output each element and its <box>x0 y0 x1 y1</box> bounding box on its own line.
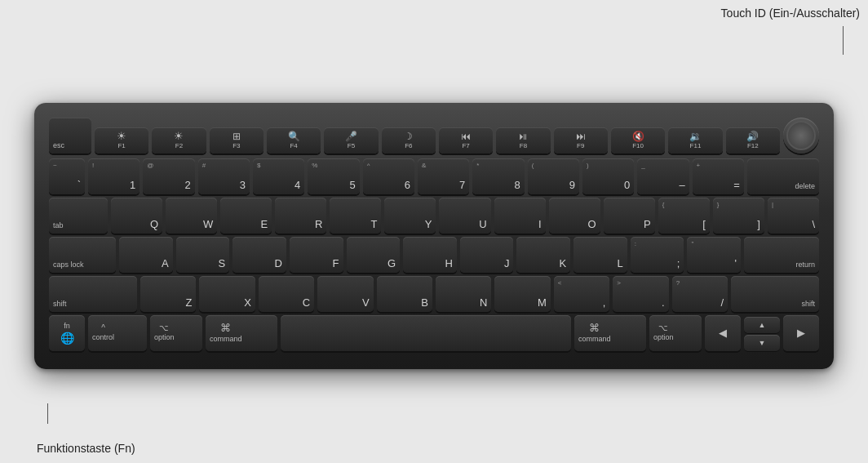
key-f12-label: F12 <box>747 142 759 150</box>
key-f11[interactable]: 🔉 F11 <box>668 127 722 154</box>
key-v[interactable]: V <box>317 276 373 312</box>
key-k[interactable]: K <box>516 237 570 273</box>
key-delete[interactable]: delete <box>747 158 819 194</box>
key-f3[interactable]: ⊞ F3 <box>210 127 264 154</box>
key-tab[interactable]: tab <box>49 198 108 234</box>
key-x[interactable]: X <box>199 276 255 312</box>
key-control[interactable]: ^ control <box>88 315 147 351</box>
key-f7[interactable]: ⏮ F7 <box>439 127 493 154</box>
key-command-right-symbol: ⌘ <box>589 322 600 334</box>
key-semicolon[interactable]: : ; <box>631 237 684 273</box>
key-n[interactable]: N <box>436 276 491 312</box>
key-f2[interactable]: ☀ F2 <box>152 127 206 154</box>
key-f12[interactable]: 🔊 F12 <box>726 127 780 154</box>
key-shift-left-label: shift <box>53 300 67 309</box>
key-quote-main: ' <box>735 257 737 269</box>
key-period[interactable]: > . <box>613 276 668 312</box>
key-f4[interactable]: 🔍 F4 <box>267 127 321 154</box>
key-i[interactable]: I <box>494 198 546 234</box>
key-d[interactable]: D <box>232 237 286 273</box>
key-o[interactable]: O <box>549 198 600 234</box>
key-f10[interactable]: 🔇 F10 <box>611 127 665 154</box>
key-s[interactable]: S <box>176 237 230 273</box>
key-esc[interactable]: esc <box>49 118 91 154</box>
key-9[interactable]: ( 9 <box>528 158 579 194</box>
key-5[interactable]: % 5 <box>308 158 359 194</box>
key-z[interactable]: Z <box>140 276 196 312</box>
key-bracket-open[interactable]: { [ <box>658 198 710 234</box>
key-n-main: N <box>480 296 487 309</box>
key-1[interactable]: ! 1 <box>88 158 140 194</box>
key-command-right[interactable]: ⌘ command <box>574 315 646 351</box>
key-p[interactable]: P <box>604 198 655 234</box>
key-backtick-top: ~ <box>53 162 57 169</box>
key-command-left[interactable]: ⌘ command <box>206 315 277 351</box>
key-bracket-close[interactable]: } ] <box>713 198 764 234</box>
key-fn-globe[interactable]: fn 🌐 <box>49 315 85 351</box>
key-comma[interactable]: < , <box>554 276 609 312</box>
key-f7-label: F7 <box>462 142 469 150</box>
key-minus[interactable]: _ – <box>637 158 689 194</box>
key-option-right[interactable]: ⌥ option <box>649 315 702 351</box>
key-esc-label: esc <box>53 141 64 150</box>
key-6-top: ^ <box>367 162 370 169</box>
key-backtick[interactable]: ~ ` <box>49 158 85 194</box>
key-g[interactable]: G <box>347 237 401 273</box>
key-equals-main: = <box>733 179 740 191</box>
key-f8[interactable]: ⏯ F8 <box>496 127 550 154</box>
key-return[interactable]: return <box>744 237 819 273</box>
key-arrow-right[interactable]: ▶ <box>783 315 819 351</box>
key-arrow-left[interactable]: ◀ <box>705 315 741 351</box>
key-t[interactable]: T <box>330 198 381 234</box>
key-h[interactable]: H <box>403 237 457 273</box>
key-b[interactable]: B <box>377 276 432 312</box>
key-4[interactable]: $ 4 <box>253 158 304 194</box>
key-d-main: D <box>275 257 282 269</box>
key-s-main: S <box>219 257 226 269</box>
key-c[interactable]: C <box>259 276 314 312</box>
key-q[interactable]: Q <box>111 198 162 234</box>
key-arrow-up[interactable]: ▲ <box>744 317 780 333</box>
key-l[interactable]: L <box>574 237 627 273</box>
key-option-right-symbol: ⌥ <box>658 323 668 332</box>
key-2[interactable]: @ 2 <box>143 158 194 194</box>
key-7[interactable]: & 7 <box>418 158 469 194</box>
key-3[interactable]: # 3 <box>198 158 250 194</box>
key-a[interactable]: A <box>119 237 173 273</box>
key-slash[interactable]: ? / <box>672 276 728 312</box>
key-m[interactable]: M <box>494 276 550 312</box>
key-0[interactable]: ) 0 <box>582 158 634 194</box>
key-f1[interactable]: ☀ F1 <box>95 127 148 154</box>
key-f9[interactable]: ⏭ F9 <box>554 127 608 154</box>
key-arrow-down[interactable]: ▼ <box>744 335 780 351</box>
key-touch-id[interactable] <box>783 118 819 154</box>
key-f[interactable]: F <box>290 237 343 273</box>
qwerty-row: tab Q W E R T Y U I O P { [ } ] | <box>49 198 819 234</box>
key-f9-label: F9 <box>577 142 584 150</box>
key-backslash[interactable]: | \ <box>768 198 819 234</box>
key-r[interactable]: R <box>275 198 326 234</box>
key-option-left[interactable]: ⌥ option <box>150 315 202 351</box>
key-space[interactable] <box>281 315 571 351</box>
key-shift-left[interactable]: shift <box>49 276 137 312</box>
key-backtick-main: ` <box>78 179 81 191</box>
key-y[interactable]: Y <box>384 198 436 234</box>
key-u[interactable]: U <box>439 198 490 234</box>
key-w[interactable]: W <box>166 198 217 234</box>
key-f6[interactable]: ☽ F6 <box>382 127 436 154</box>
key-e[interactable]: E <box>220 198 272 234</box>
key-option-left-label: option <box>154 333 175 342</box>
key-j[interactable]: J <box>460 237 514 273</box>
key-f5[interactable]: 🎤 F5 <box>324 127 378 154</box>
key-e-main: E <box>261 218 268 230</box>
key-quote[interactable]: " ' <box>687 237 741 273</box>
key-shift-right[interactable]: shift <box>731 276 819 312</box>
touch-id-label: Touch ID (Ein-/Ausschalter) <box>721 7 860 20</box>
key-6[interactable]: ^ 6 <box>363 158 414 194</box>
key-z-main: Z <box>185 296 192 309</box>
key-3-main: 3 <box>240 179 246 191</box>
key-caps-lock[interactable]: caps lock <box>49 237 116 273</box>
key-equals[interactable]: + = <box>693 158 744 194</box>
key-8[interactable]: * 8 <box>472 158 524 194</box>
key-5-main: 5 <box>349 179 355 191</box>
